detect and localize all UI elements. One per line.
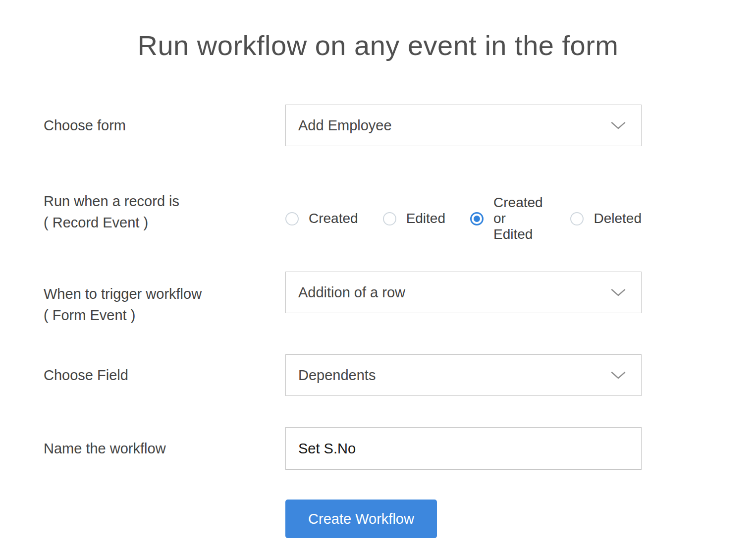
workflow-form: Choose form Add Employee Run when a reco… [0, 105, 756, 538]
choose-form-row: Choose form Add Employee [0, 105, 756, 146]
record-event-sublabel: ( Record Event ) [44, 212, 285, 233]
choose-form-selected-value: Add Employee [298, 117, 392, 134]
radio-circle-icon [383, 212, 396, 225]
workflow-create-page: Run workflow on any event in the form Ch… [0, 0, 756, 557]
radio-label-edited: Edited [406, 211, 445, 226]
record-event-label: Run when a record is [44, 191, 285, 212]
radio-option-created-or-edited[interactable]: Created or Edited [470, 195, 545, 242]
workflow-name-input[interactable] [285, 427, 642, 470]
submit-row: Create Workflow [0, 500, 756, 538]
page-title: Run workflow on any event in the form [0, 0, 756, 63]
radio-circle-icon [285, 212, 299, 225]
chevron-down-icon [611, 121, 626, 130]
workflow-name-row: Name the workflow [0, 427, 756, 470]
form-event-label: When to trigger workflow [44, 283, 285, 305]
chevron-down-icon [611, 288, 626, 297]
form-event-select[interactable]: Addition of a row [285, 272, 642, 313]
radio-option-edited[interactable]: Edited [383, 211, 445, 226]
create-workflow-button[interactable]: Create Workflow [285, 500, 437, 538]
radio-circle-icon [570, 212, 584, 225]
radio-label-created: Created [309, 211, 358, 226]
form-event-row: When to trigger workflow ( Form Event ) … [0, 272, 756, 326]
choose-form-select[interactable]: Add Employee [285, 105, 642, 146]
choose-form-label: Choose form [44, 115, 285, 136]
choose-field-row: Choose Field Dependents [0, 354, 756, 396]
form-event-selected-value: Addition of a row [298, 284, 405, 301]
radio-label-created-or-edited: Created or Edited [493, 195, 545, 242]
radio-option-created[interactable]: Created [285, 211, 358, 226]
choose-field-selected-value: Dependents [298, 367, 376, 384]
workflow-name-label: Name the workflow [44, 438, 285, 459]
radio-label-deleted: Deleted [594, 211, 642, 226]
record-event-radio-group: Created Edited Created or Edited Deleted [285, 191, 642, 242]
form-event-sublabel: ( Form Event ) [44, 305, 285, 326]
chevron-down-icon [611, 371, 626, 380]
radio-option-deleted[interactable]: Deleted [570, 211, 642, 226]
choose-field-label: Choose Field [44, 365, 285, 386]
record-event-row: Run when a record is ( Record Event ) Cr… [0, 191, 756, 242]
radio-circle-icon [470, 212, 484, 225]
choose-field-select[interactable]: Dependents [285, 354, 642, 396]
